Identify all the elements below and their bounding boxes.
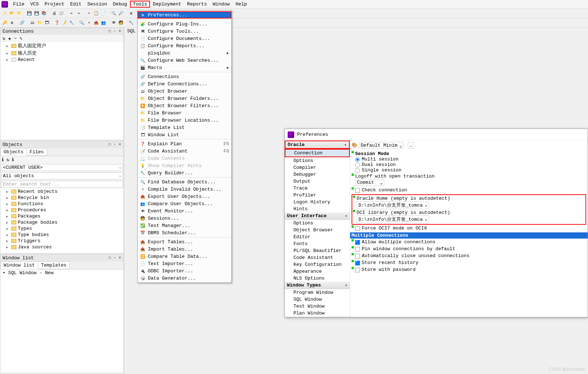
- menu-item-event-monitor[interactable]: 👁Event Monitor...: [138, 207, 231, 215]
- radio-multi-session[interactable]: Multi session: [355, 156, 586, 162]
- objects-tree-item[interactable]: Recycle bin: [0, 195, 123, 201]
- radio-single-session[interactable]: Single session: [355, 167, 586, 173]
- checkbox-allow-multiple-connections[interactable]: Allow multiple connections: [355, 239, 586, 245]
- scheme-dropdown[interactable]: Default Minim: [359, 142, 404, 149]
- prefs-sub-profiler[interactable]: Profiler: [285, 192, 350, 199]
- preferences-titlebar[interactable]: Preferences: [285, 129, 588, 141]
- connections-tree-item[interactable]: 输入历史: [0, 49, 123, 57]
- prefs-sub-code-assistant[interactable]: Code Assistant: [285, 254, 350, 261]
- tab-objects[interactable]: Objects: [0, 148, 27, 156]
- menu-debug[interactable]: Debug: [110, 1, 130, 8]
- prefs-sub-debugger[interactable]: Debugger: [285, 171, 350, 178]
- prefs-sub-object-browser[interactable]: Object Browser: [285, 227, 350, 233]
- menu-tools[interactable]: Tools: [130, 1, 150, 8]
- menu-edit[interactable]: Edit: [67, 1, 84, 8]
- menu-item-compare-user-objects[interactable]: 👥Compare User Objects...: [138, 200, 231, 207]
- toolbar-event-icon[interactable]: 👁: [110, 20, 117, 26]
- objects-tree-item[interactable]: Java sources: [0, 244, 123, 250]
- toolbar-explain-icon[interactable]: ❓: [54, 20, 60, 26]
- toolbar-compare-icon[interactable]: 👥: [100, 20, 107, 26]
- menu-item-text-importer[interactable]: 📄Text Importer...: [138, 260, 231, 267]
- menu-item-compile-invalid-objects[interactable]: ⚡Compile Invalid Objects...: [138, 186, 231, 193]
- prefs-sub-hints[interactable]: Hints: [285, 206, 350, 212]
- checkbox-automatically-close-unused-connections[interactable]: Automatically close unused connections: [355, 253, 586, 259]
- prefs-sub-fonts[interactable]: Fonts: [285, 240, 350, 247]
- connections-toolbar[interactable]: ↻ ✚ − ✎: [0, 35, 123, 42]
- prefs-category-tools[interactable]: Tools: [285, 317, 350, 317]
- toolbar-assist-icon[interactable]: 📝: [61, 20, 68, 26]
- menu-item-preferences[interactable]: ⚙Preferences...: [138, 11, 231, 19]
- toolbar-print-icon[interactable]: 🖨: [51, 10, 57, 17]
- menu-item-odbc-importer[interactable]: 🔌ODBC Importer...: [138, 267, 231, 275]
- connections-tree-item[interactable]: Recent: [0, 57, 123, 63]
- menu-help[interactable]: Help: [233, 1, 250, 8]
- objects-tree-item[interactable]: Recent objects: [0, 188, 123, 195]
- menu-item-configure-plug-ins[interactable]: 🧩Configure Plug-Ins...: [138, 20, 231, 28]
- toolbar-open2-icon[interactable]: 📁: [16, 10, 23, 17]
- toolbar-sessions-icon[interactable]: 🧑: [118, 20, 124, 26]
- toolbar-connections-icon[interactable]: 🔗: [19, 20, 25, 26]
- objects-search-input[interactable]: Enter search text...: [1, 181, 123, 188]
- radio-dual-session[interactable]: Dual session: [355, 162, 586, 167]
- menu-item-data-generator[interactable]: 🎲Data Generator...: [138, 275, 231, 282]
- toolbar-export-icon[interactable]: 📤: [93, 20, 100, 26]
- menu-item-configure-tools[interactable]: 🛠Configure Tools...: [138, 28, 231, 35]
- all-objects-dropdown[interactable]: All objects: [1, 172, 123, 179]
- menu-item-define-connections[interactable]: 🔗Define Connections...: [138, 80, 231, 88]
- prefs-sub-options[interactable]: Options: [285, 157, 350, 164]
- panel-controls[interactable]: □ ▫ ×: [109, 143, 121, 147]
- menu-item-template-list[interactable]: 📑Template List: [138, 124, 231, 131]
- toolbar-file-icon[interactable]: 📁: [36, 20, 43, 26]
- panel-controls[interactable]: □ ▫ ×: [109, 29, 121, 33]
- connections-tree-item[interactable]: 载入固定用户: [0, 42, 123, 49]
- windowlist-item[interactable]: SQL Window - New: [0, 269, 123, 276]
- prefs-sub-editor[interactable]: Editor: [285, 233, 350, 240]
- prefs-sub-key-configuration[interactable]: Key Configuration: [285, 261, 350, 268]
- menu-item-configure-documents[interactable]: 📄Configure Documents...: [138, 35, 231, 42]
- prefs-sub-test-window[interactable]: Test Window: [285, 303, 350, 310]
- prefs-sub-plan-window[interactable]: Plan Window: [285, 310, 350, 317]
- menu-item-configure-reports[interactable]: 📋Configure Reports...: [138, 42, 231, 49]
- menu-item-import-tables[interactable]: 📥Import Tables...: [138, 245, 231, 253]
- toolbar-open-icon[interactable]: 📂: [9, 10, 15, 17]
- objects-tree-item[interactable]: Procedures: [0, 207, 123, 213]
- checkbox-store-recent-history[interactable]: Store recent history: [355, 260, 586, 265]
- objects-tree-item[interactable]: Triggers: [0, 238, 123, 244]
- menu-item-find-database-objects[interactable]: 🔍Find Database Objects...: [138, 178, 231, 186]
- toolbar-compile-icon[interactable]: ⚡: [86, 20, 92, 26]
- objects-tree-item[interactable]: Functions: [0, 201, 123, 207]
- menu-item-object-browser[interactable]: 🗂Object Browser: [138, 88, 231, 95]
- toolbar-key-icon[interactable]: 🔑: [1, 20, 8, 26]
- prefs-sub-logon-history[interactable]: Logon History: [285, 199, 350, 206]
- toolbar-gear-icon[interactable]: ⚙: [9, 20, 15, 26]
- prefs-sub-appearance[interactable]: Appearance: [285, 268, 350, 275]
- prefs-sub-nls-options[interactable]: NLS Options: [285, 275, 350, 282]
- objects-tree-item[interactable]: Packages: [0, 213, 123, 219]
- toolbar-saveall-icon[interactable]: 💾: [33, 10, 40, 17]
- prefs-category-window-types[interactable]: Window Types: [285, 282, 350, 289]
- menu-item-export-tables[interactable]: 📤Export Tables...: [138, 238, 231, 245]
- logoff-dropdown[interactable]: Commit: [355, 179, 384, 186]
- menu-window[interactable]: Window: [210, 1, 233, 8]
- prefs-sub-compiler[interactable]: Compiler: [285, 164, 350, 171]
- toolbar-browser-icon[interactable]: 🗂: [29, 20, 36, 26]
- objects-tree-item[interactable]: Type bodies: [0, 232, 123, 238]
- prefs-sub-program-window[interactable]: Program Window: [285, 289, 350, 296]
- menu-item-file-browser[interactable]: 📁File Browser: [138, 109, 231, 117]
- objects-tree-item[interactable]: Package bodies: [0, 219, 123, 225]
- menu-item-window-list[interactable]: 🗔Window List: [138, 131, 231, 138]
- menu-item-file-browser-locations[interactable]: 📁File Browser Locations...: [138, 117, 231, 124]
- menu-project[interactable]: Project: [42, 1, 68, 8]
- menu-item-object-browser-filters[interactable]: 🔽Object Browser Filters...: [138, 102, 231, 109]
- toolbar-query-icon[interactable]: 🔧: [68, 20, 75, 26]
- prefs-category-user-interface[interactable]: User Interface: [285, 212, 350, 220]
- menu-item-configure-web-searches[interactable]: 🔍Configure Web Searches...: [138, 57, 231, 64]
- toolbar-find2-icon[interactable]: 🔍: [78, 20, 85, 26]
- prefs-sub-output[interactable]: Output: [285, 178, 350, 185]
- toolbar-save-icon[interactable]: 💾: [26, 10, 33, 17]
- checkbox-pin-window-connections-by-default[interactable]: Pin window connections by default: [355, 246, 586, 252]
- menu-item-object-browser-folders[interactable]: 📁Object Browser Folders...: [138, 95, 231, 102]
- objects-tree-item[interactable]: Types: [0, 225, 123, 232]
- toolbar-find-icon[interactable]: 🔍: [110, 10, 117, 17]
- menu-item-compare-table-data[interactable]: 🔀Compare Table Data...: [138, 253, 231, 260]
